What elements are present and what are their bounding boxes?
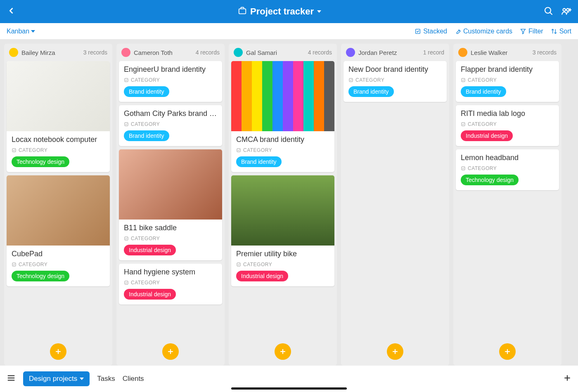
avatar [346,48,355,57]
svg-rect-9 [12,149,16,152]
card-image [119,149,222,220]
card-image [231,175,334,246]
category-tag: Industrial design [236,271,288,281]
svg-rect-23 [349,78,353,82]
column-name: Gal Samari [246,49,277,56]
card-title: Lemon headband [461,153,554,162]
menu-button[interactable] [7,373,16,384]
column-body[interactable]: EngineerU brand identityCATEGORYBrand id… [116,61,225,339]
field-label-category: CATEGORY [12,147,105,153]
field-label-category: CATEGORY [348,77,442,83]
card-title: Premier utility bike [236,250,329,258]
column-body[interactable]: Locax notebook computerCATEGORYTechnolog… [4,61,112,339]
kanban-column: Leslie Walker3 recordsFlapper brand iden… [453,44,561,366]
card-image [231,61,334,131]
view-switcher[interactable]: Kanban [7,28,35,35]
card-title: CMCA brand identity [236,135,329,144]
briefcase-icon [238,6,247,17]
card[interactable]: Lemon headbandCATEGORYTechnology design [456,149,559,190]
svg-rect-0 [239,9,246,14]
column-header[interactable]: Cameron Toth4 records [116,44,225,61]
add-card-button[interactable] [499,343,516,360]
column-header[interactable]: Leslie Walker3 records [453,44,561,61]
svg-line-2 [550,12,552,14]
kanban-column: Cameron Toth4 recordsEngineerU brand ide… [116,44,225,366]
card[interactable]: Flapper brand identityCATEGORYBrand iden… [456,61,559,102]
share-button[interactable] [561,5,571,18]
stacked-toggle[interactable]: Stacked [415,28,447,35]
kanban-column: Jordan Peretz1 recordNew Door brand iden… [341,44,449,366]
category-tag: Technology design [461,175,519,185]
card-title: Hand hygiene system [124,268,217,276]
svg-rect-26 [462,78,465,82]
card[interactable]: CMCA brand identityCATEGORYBrand identit… [231,61,334,172]
column-name: Cameron Toth [134,49,173,56]
field-label-category: CATEGORY [124,121,217,127]
card-title: B11 bike saddle [124,224,217,232]
card[interactable]: EngineerU brand identityCATEGORYBrand id… [119,61,222,102]
add-card-button[interactable] [162,343,179,360]
column-header[interactable]: Gal Samari4 records [229,44,337,61]
category-tag: Technology design [12,156,69,167]
table-tab-clients[interactable]: Clients [123,375,144,383]
sub-bar: Kanban Stacked Customize cards Filter So… [0,23,578,40]
active-table-tab[interactable]: Design projects [23,371,90,386]
category-tag: Brand identity [236,156,282,167]
card[interactable]: CubePadCATEGORYTechnology design [7,175,110,286]
field-label-category: CATEGORY [12,262,105,267]
add-card-button[interactable] [50,343,66,360]
add-card-button[interactable] [275,343,291,360]
card-title: Locax notebook computer [12,135,105,144]
card[interactable]: Locax notebook computerCATEGORYTechnolog… [7,61,110,172]
avatar [9,48,18,57]
sort-button[interactable]: Sort [551,28,571,35]
svg-rect-15 [125,237,128,240]
svg-rect-10 [12,263,16,266]
column-body[interactable]: Flapper brand identityCATEGORYBrand iden… [453,61,561,339]
chevron-down-icon [317,10,321,13]
card[interactable]: RITI media lab logoCATEGORYIndustrial de… [456,105,559,146]
column-name: Jordan Peretz [358,49,397,56]
title-dropdown[interactable]: Project tracker [16,6,543,17]
add-table-button[interactable] [563,374,571,384]
add-card-button[interactable] [387,343,403,360]
svg-rect-13 [125,78,128,82]
column-name: Bailey Mirza [21,49,55,56]
field-label-category: CATEGORY [461,77,554,83]
card-title: Flapper brand identity [461,65,554,74]
field-label-category: CATEGORY [124,280,217,286]
column-header[interactable]: Bailey Mirza3 records [4,44,112,61]
svg-rect-20 [237,263,240,266]
card[interactable]: Hand hygiene systemCATEGORYIndustrial de… [119,264,222,305]
card[interactable]: Gotham City Parks brand identityCATEGORY… [119,105,222,146]
filter-button[interactable]: Filter [520,28,543,35]
category-tag: Industrial design [124,289,176,300]
table-tab-tasks[interactable]: Tasks [97,375,115,383]
category-tag: Technology design [12,271,69,281]
column-body[interactable]: New Door brand identityCATEGORYBrand ide… [341,61,449,339]
category-tag: Brand identity [461,86,506,97]
card-title: CubePad [12,250,105,258]
kanban-column: Bailey Mirza3 recordsLocax notebook comp… [4,44,112,366]
card[interactable]: New Door brand identityCATEGORYBrand ide… [343,61,447,102]
search-button[interactable] [543,6,553,17]
field-label-category: CATEGORY [124,77,217,83]
svg-rect-7 [416,29,420,33]
card[interactable]: B11 bike saddleCATEGORYIndustrial design [119,149,222,260]
avatar [121,48,130,57]
back-button[interactable] [7,6,16,17]
card-image [7,175,110,246]
column-header[interactable]: Jordan Peretz1 record [341,44,449,61]
card-title: EngineerU brand identity [124,65,217,74]
category-tag: Industrial design [124,245,176,255]
card[interactable]: Premier utility bikeCATEGORYIndustrial d… [231,175,334,286]
column-body[interactable]: CMCA brand identityCATEGORYBrand identit… [229,61,337,339]
customize-cards-button[interactable]: Customize cards [455,28,512,35]
column-count: 1 record [423,49,444,56]
field-label-category: CATEGORY [461,121,554,127]
category-tag: Brand identity [124,130,169,141]
card-title: RITI media lab logo [461,109,554,118]
column-count: 3 records [83,49,107,56]
avatar [458,48,467,57]
category-tag: Brand identity [348,86,394,97]
